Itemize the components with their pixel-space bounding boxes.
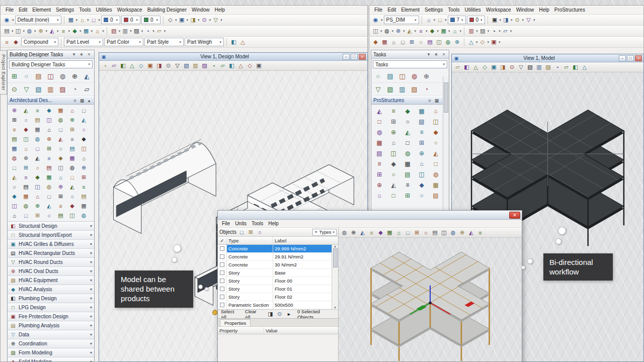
table-row[interactable]: Concrete29.999 N/mm2	[218, 245, 332, 253]
tool-icon[interactable]: ▤	[55, 211, 66, 220]
menu-item-window[interactable]: Window	[514, 7, 536, 13]
dropdown-caret-icon[interactable]: ▾	[403, 29, 405, 33]
menu-item-building-designer[interactable]: Building Designer	[145, 7, 189, 13]
active-style-dropdown[interactable]: PS_DIM▾	[384, 16, 419, 24]
tool-icon[interactable]: ◭	[32, 153, 43, 163]
dropdown-caret-icon[interactable]: ▾	[209, 18, 211, 22]
tool-icon[interactable]: ◫	[20, 134, 32, 144]
tool-icon[interactable]: ◍	[372, 127, 386, 137]
maximize-button[interactable]: □	[627, 55, 634, 61]
dropdown-caret-icon[interactable]: ▾	[46, 29, 48, 33]
tool-icon[interactable]: △	[467, 38, 475, 46]
tool-icon[interactable]: ○	[78, 125, 90, 134]
pin-icon[interactable]: ∗	[433, 52, 439, 57]
tool-icon[interactable]: ▦	[82, 27, 91, 35]
dropdown-caret-icon[interactable]: ▾	[500, 18, 502, 22]
menu-item-file[interactable]: File	[372, 7, 384, 13]
tool-icon[interactable]: □	[429, 158, 443, 169]
tool-icon[interactable]: △	[236, 62, 245, 70]
tool-icon[interactable]: ◧	[571, 63, 580, 71]
tool-icon[interactable]: ⊞	[9, 115, 20, 125]
tool-icon[interactable]: ◇	[137, 62, 145, 70]
tool-icon[interactable]: ◍	[55, 115, 66, 125]
dropdown-caret-icon[interactable]: ▾	[488, 40, 490, 44]
tool-icon[interactable]: ◫	[397, 71, 408, 81]
tool-icon[interactable]: ○	[43, 211, 55, 220]
view-list-icon[interactable]: ≡	[72, 98, 78, 103]
row-checkbox[interactable]	[218, 269, 227, 277]
tool-icon[interactable]: ◍	[43, 182, 55, 192]
tool-icon[interactable]: ▨	[478, 27, 487, 35]
value-column-header[interactable]: Value	[264, 327, 338, 334]
dropdown-caret-icon[interactable]: ▾	[511, 18, 513, 22]
view-menu-icon[interactable]: ▣	[101, 53, 107, 61]
tool-icon[interactable]: ○	[66, 192, 78, 201]
tool-icon[interactable]: ◫	[43, 115, 55, 125]
tool-icon[interactable]: ⊕	[453, 38, 461, 46]
tool-icon[interactable]: ◍	[32, 134, 43, 144]
task-group-hvac-equipment[interactable]: ▨HVAC Equipment▾	[8, 276, 94, 285]
dropdown-caret-icon[interactable]: ▾	[119, 29, 121, 33]
tool-icon[interactable]: ▤	[43, 163, 55, 172]
tool-icon[interactable]: ◔	[421, 84, 432, 95]
menu-item-file[interactable]: File	[4, 7, 16, 13]
tool-icon[interactable]: ▱	[155, 27, 164, 35]
tool-icon[interactable]: ○	[429, 137, 443, 148]
menu-item-settings[interactable]: Settings	[54, 7, 76, 13]
tool-icon[interactable]: ◫	[14, 27, 23, 35]
tool-icon[interactable]: ◆	[55, 153, 66, 163]
tool-icon[interactable]: ▽	[173, 62, 182, 70]
dropdown-caret-icon[interactable]: ▾	[34, 29, 36, 33]
tool-icon[interactable]: ⌂	[389, 38, 398, 46]
tool-icon[interactable]: ◆	[32, 172, 43, 182]
tool-icon[interactable]: ▤	[33, 71, 44, 81]
tool-icon[interactable]: ◍	[57, 71, 68, 81]
tool-icon[interactable]: ▦	[67, 16, 75, 24]
tool-icon[interactable]: ○	[422, 229, 430, 237]
tool-icon[interactable]: ▤	[3, 27, 11, 35]
project-explorer-tab[interactable]: Project Explorer	[0, 50, 7, 95]
type-column-header[interactable]: Type	[227, 237, 273, 244]
tool-icon[interactable]: ▤	[66, 144, 78, 153]
tool-icon[interactable]: ◍	[444, 38, 452, 46]
tool-icon[interactable]: ◔	[209, 62, 218, 70]
tool-icon[interactable]: ▨	[200, 62, 209, 70]
tool-icon[interactable]: ▤	[9, 134, 20, 144]
tool-icon[interactable]: ≡	[415, 127, 429, 137]
select-all-checkbox-header[interactable]: ✓	[218, 237, 227, 244]
part-level-dropdown[interactable]: Part Level▾	[64, 38, 103, 46]
tool-icon[interactable]: ▦	[43, 172, 55, 182]
row-checkbox[interactable]	[218, 253, 227, 260]
dropdown-caret-icon[interactable]: ▾	[130, 29, 132, 33]
design-view-titlebar[interactable]: ▣ View 1, Design Model – □ ×	[99, 53, 367, 61]
dropdown-caret-icon[interactable]: ▾	[533, 18, 535, 22]
tool-icon[interactable]: ◫	[415, 169, 429, 179]
tool-icon[interactable]: ◆	[415, 179, 429, 190]
task-group-hvac-round-ducts[interactable]: ▽HVAC Round Ducts▾	[8, 258, 94, 267]
menu-item-element[interactable]: Element	[399, 7, 422, 13]
tool-icon[interactable]: ≡	[43, 153, 55, 163]
viewport-canvas[interactable]	[339, 238, 522, 361]
tool-icon[interactable]: ◭	[467, 229, 475, 237]
view-menu-icon[interactable]: ▣	[453, 54, 459, 62]
tool-icon[interactable]: ▱	[501, 27, 510, 35]
tool-icon[interactable]: ◧	[227, 62, 236, 70]
tool-icon[interactable]: ○	[415, 190, 429, 201]
part-style-dropdown[interactable]: Part Style▾	[144, 38, 184, 46]
tool-icon[interactable]: ◨	[266, 310, 275, 318]
tool-icon[interactable]: ⊞	[386, 116, 400, 127]
view-grid-icon[interactable]: ▦	[434, 98, 440, 103]
task-group-hvac-rectangular-ducts[interactable]: ▤HVAC Rectangular Ducts▾	[8, 249, 94, 258]
task-group-hvac-analysis[interactable]: ◆HVAC Analysis▾	[8, 285, 94, 294]
tool-icon[interactable]: ≡	[400, 179, 415, 190]
tool-icon[interactable]: ◆	[429, 127, 443, 137]
tool-icon[interactable]: ◫	[435, 38, 443, 46]
dropdown-caret-icon[interactable]: ▾	[152, 29, 154, 33]
level-dropdown[interactable]: 0▾	[101, 16, 120, 24]
tool-icon[interactable]: □	[436, 16, 444, 24]
tool-icon[interactable]: ⊕	[421, 71, 432, 81]
dropdown-caret-icon[interactable]: ▾	[102, 29, 104, 33]
tool-icon[interactable]: ⊕	[78, 163, 90, 172]
dropdown-caret-icon[interactable]: ▾	[12, 18, 14, 22]
tool-icon[interactable]: ▧	[526, 63, 534, 71]
